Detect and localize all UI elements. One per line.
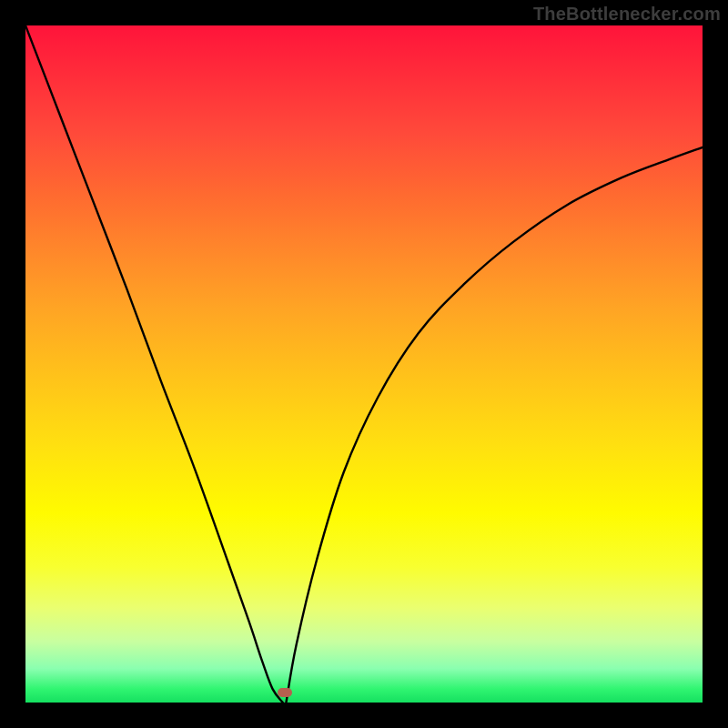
image-frame: TheBottlenecker.com: [0, 0, 728, 728]
plot-area: [25, 25, 703, 703]
optimum-marker: [278, 688, 292, 697]
bottleneck-curve: [25, 25, 703, 703]
attribution-text: TheBottlenecker.com: [533, 4, 721, 25]
